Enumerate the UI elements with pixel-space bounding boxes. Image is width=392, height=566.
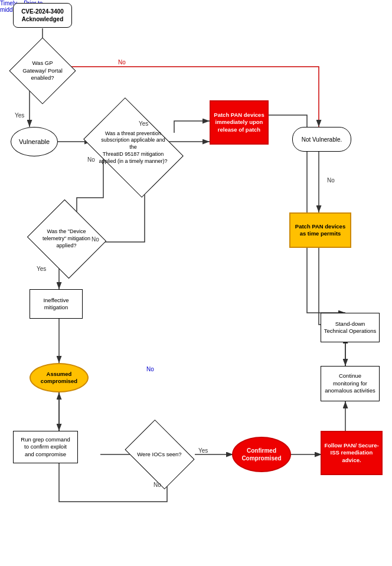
follow-pan-node: Follow PAN/ Secure- ISS remediation advi…: [321, 431, 383, 475]
confirmed-node: Confirmed Compromised: [232, 437, 291, 472]
q3-diamond: Was the "Device telemetry" mitigation ap…: [32, 210, 100, 269]
ineffective-node: Ineffective mitigation: [30, 289, 83, 319]
assumed-node: Assumed compromised: [30, 363, 89, 392]
no4-label: No: [153, 482, 161, 488]
start-node: CVE-2024-3400 Acknowledged: [13, 3, 72, 28]
q1-diamond: Was GP Gateway/ Portal enabled?: [13, 47, 72, 94]
yes3-label: Yes: [37, 266, 46, 272]
no3-label: No: [92, 236, 99, 243]
no2-label: No: [87, 156, 95, 163]
patch-time-node: Patch PAN devices as time permits: [289, 212, 351, 248]
standdown-node: Stand-down Technical Operations: [321, 313, 380, 342]
q2-diamond: Was a threat prevention subscription app…: [87, 118, 179, 177]
no1-label: No: [118, 59, 126, 66]
q4-diamond: Were IOCs seen?: [127, 431, 192, 478]
no5-label: No: [146, 366, 154, 372]
vulnerable-node: Vulnerable: [11, 127, 58, 156]
run-grep-node: Run grep command to confirm exploit and …: [13, 431, 78, 463]
not-vulnerable-node: Not Vulnerable.: [292, 127, 351, 152]
yes1-label: Yes: [15, 112, 24, 119]
continue-mon-node: Continue monitoring for anomalous activi…: [321, 366, 380, 401]
yes4-label: Yes: [198, 447, 208, 454]
patch-immediate-node: Patch PAN devices immediately upon relea…: [210, 100, 269, 145]
yes2-label: Yes: [139, 120, 148, 127]
no-not-vuln-label: No: [327, 177, 335, 184]
flowchart: CVE-2024-3400 Acknowledged Was GP Gatewa…: [0, 0, 392, 566]
